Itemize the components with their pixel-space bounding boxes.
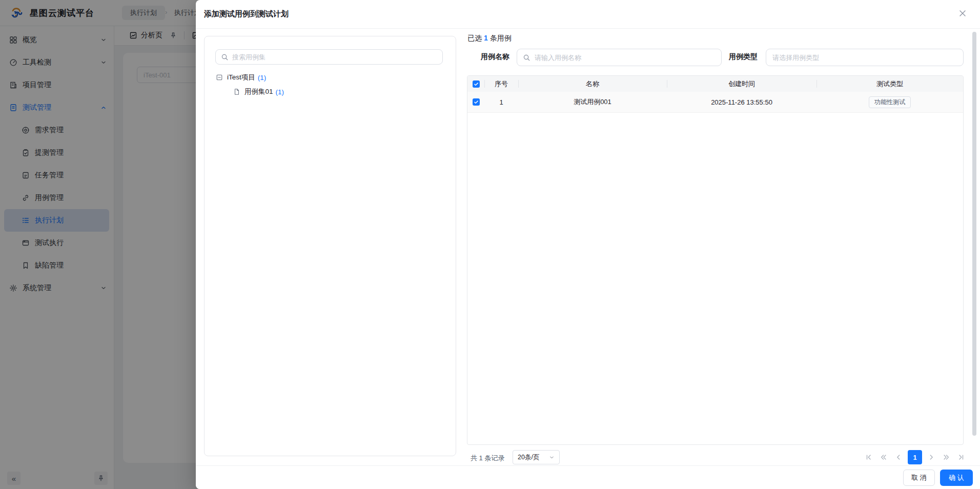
usecase-set-search xyxy=(215,49,443,65)
usecase-table: 序号 名称 创建时间 测试类型 1 测试用例001 2025-11-26 13:… xyxy=(467,75,964,445)
tree-node-label: 用例集01 xyxy=(244,87,273,96)
usecase-set-search-input[interactable] xyxy=(216,50,442,64)
row-checkbox[interactable] xyxy=(473,98,480,106)
record-total: 共 1 条记录 xyxy=(471,454,504,463)
tree-node-count: (1) xyxy=(276,88,284,96)
modal-footer: 取 消 确 认 xyxy=(196,465,980,489)
name-filter-label: 用例名称 xyxy=(481,52,509,62)
next-5-pages-icon[interactable] xyxy=(941,451,952,463)
select-all-checkbox[interactable] xyxy=(473,80,480,88)
modal-scrollbar[interactable] xyxy=(972,32,976,436)
collapse-minus-icon[interactable] xyxy=(216,74,223,81)
prev-5-pages-icon[interactable] xyxy=(878,451,889,463)
file-icon xyxy=(233,88,240,95)
row-name: 测试用例001 xyxy=(518,92,667,112)
header-checkbox-cell xyxy=(467,76,484,92)
modal-title: 添加测试用例到测试计划 xyxy=(204,9,289,19)
name-filter xyxy=(517,49,722,66)
row-checkbox-cell xyxy=(467,92,484,112)
modal-header: 添加测试用例到测试计划 xyxy=(196,0,980,29)
test-type-badge: 功能性测试 xyxy=(869,96,911,108)
row-created-time: 2025-11-26 13:55:50 xyxy=(667,92,816,112)
type-filter xyxy=(766,49,964,66)
selected-count: 1 xyxy=(484,34,488,42)
usecase-set-panel: iTest项目 (1) 用例集01 (1) xyxy=(204,36,456,456)
first-page-icon[interactable] xyxy=(863,451,874,463)
column-header-index: 序号 xyxy=(484,76,518,92)
app-root: 星图云测试平台 执行计划 › 执行计划 分析页 xyxy=(0,0,980,489)
type-filter-label: 用例类型 xyxy=(729,52,758,62)
tree-node-count: (1) xyxy=(258,74,267,82)
row-index: 1 xyxy=(484,92,518,112)
row-test-type-cell: 功能性测试 xyxy=(816,92,963,112)
table-header: 序号 名称 创建时间 测试类型 xyxy=(467,76,963,92)
summary-suffix: 条用例 xyxy=(490,34,512,42)
selection-summary: 已选1条用例 xyxy=(467,34,512,43)
last-page-icon[interactable] xyxy=(955,451,967,463)
summary-prefix: 已选 xyxy=(467,34,482,42)
column-header-name: 名称 xyxy=(518,76,667,92)
tree-node-root[interactable]: iTest项目 (1) xyxy=(216,70,447,85)
prev-page-icon[interactable] xyxy=(893,451,904,463)
chevron-down-icon xyxy=(549,455,555,460)
name-filter-input[interactable] xyxy=(517,49,721,66)
tree-node-label: iTest项目 xyxy=(227,73,255,82)
page-size-select[interactable]: 20条/页 xyxy=(513,450,560,464)
pagination: 1 xyxy=(863,450,967,464)
usecase-tree: iTest项目 (1) 用例集01 (1) xyxy=(216,70,447,99)
type-filter-select[interactable] xyxy=(766,49,963,66)
cancel-button[interactable]: 取 消 xyxy=(903,470,935,486)
current-page-button[interactable]: 1 xyxy=(908,450,922,464)
column-header-created: 创建时间 xyxy=(667,76,816,92)
tree-node-child[interactable]: 用例集01 (1) xyxy=(216,85,447,99)
page-size-value: 20条/页 xyxy=(518,453,539,462)
column-header-type: 测试类型 xyxy=(816,76,963,92)
next-page-icon[interactable] xyxy=(926,451,937,463)
add-testcase-modal: 添加测试用例到测试计划 xyxy=(196,0,980,489)
confirm-button[interactable]: 确 认 xyxy=(940,470,973,486)
close-icon[interactable] xyxy=(957,8,968,18)
table-row[interactable]: 1 测试用例001 2025-11-26 13:55:50 功能性测试 xyxy=(467,92,963,113)
